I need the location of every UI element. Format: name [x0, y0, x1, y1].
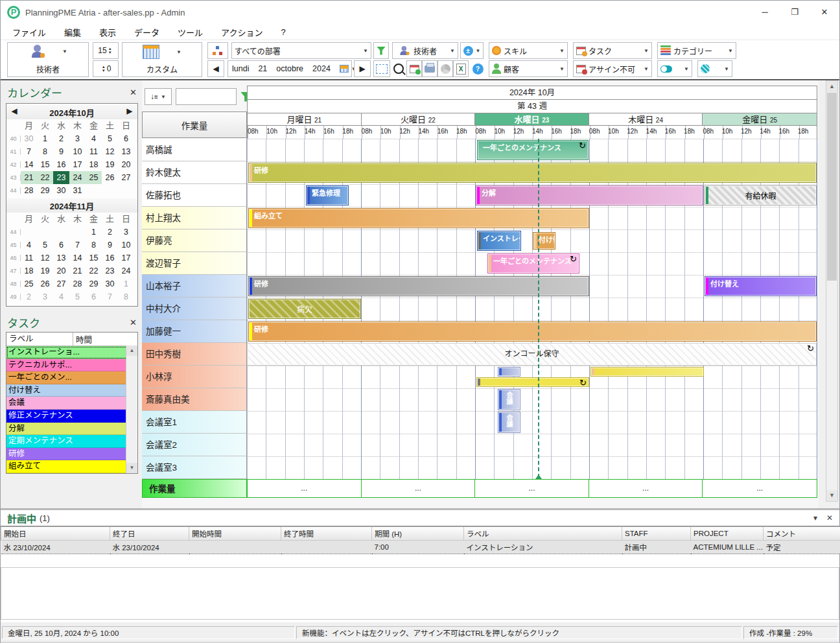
planned-collapse-icon[interactable]: ▾ [813, 513, 817, 522]
workload-cell[interactable]: ... [703, 480, 817, 497]
calendar-day[interactable]: 1 [86, 226, 102, 239]
planned-col-header[interactable]: 期間 (H) [372, 526, 464, 541]
planned-col-header[interactable]: STAFF [622, 526, 691, 541]
vertical-scrollbar[interactable]: ▲ ▼ [826, 80, 838, 502]
resource-row-label[interactable]: 村上翔太 [142, 207, 247, 229]
calendar-day[interactable]: 30 [53, 184, 69, 197]
menu-item-4[interactable]: ツール [178, 26, 203, 38]
calendar-day[interactable]: 15 [86, 251, 102, 264]
sort-button[interactable]: ↓≡▼ [145, 88, 172, 105]
event-bar[interactable]: インストレーション [477, 231, 521, 251]
department-combo[interactable]: すべての部署▼ [231, 42, 371, 59]
calendar-day[interactable]: 28 [21, 184, 37, 197]
task-list-item[interactable]: 分解 [6, 423, 132, 436]
event-bar[interactable]: オンコール保守↻ [247, 343, 817, 366]
calendar-day[interactable]: 22 [86, 264, 102, 277]
calendar-day[interactable]: 21 [21, 171, 37, 184]
calendar-day[interactable]: 5 [37, 239, 53, 251]
calendar-day[interactable] [102, 184, 118, 197]
category-combo[interactable]: カテゴリー▼ [657, 42, 736, 59]
calendar-day[interactable]: 17 [69, 158, 86, 171]
resource-row-label[interactable]: 加藤健一 [142, 320, 247, 343]
calendar-day[interactable]: 26 [102, 171, 118, 184]
calendar-day[interactable]: 29 [86, 277, 102, 290]
calendar-day[interactable]: 27 [118, 171, 134, 184]
resource-row-label[interactable]: 佐藤拓也 [142, 184, 247, 207]
event-bar[interactable] [590, 367, 704, 377]
calendar-day[interactable]: 13 [118, 145, 134, 158]
scroll-down-icon[interactable]: ▼ [126, 463, 137, 473]
calendar-day[interactable]: 12 [102, 145, 118, 158]
date-navigator[interactable]: lundi21octobre2024▼ [228, 60, 352, 77]
calendar-day[interactable]: 1 [37, 132, 53, 145]
event-bar[interactable]: 一年ごとのメンテナンス↻ [477, 140, 589, 160]
event-bar[interactable] [498, 367, 520, 377]
calendar-day[interactable]: 11 [86, 145, 102, 158]
event-bar[interactable]: 会議 [498, 412, 520, 433]
technician-combo[interactable]: 技術者▼ [392, 42, 458, 59]
resource-row-label[interactable]: 山本裕子 [142, 275, 247, 298]
event-bar[interactable]: 一年ごとのメンテナンス↻ [487, 253, 579, 274]
calendar-day[interactable]: 22 [37, 171, 53, 184]
calendar-day[interactable]: 5 [69, 290, 86, 303]
custom-view-button[interactable]: ▼ カスタム [122, 42, 202, 77]
unavailable-combo[interactable]: アサイン不可▼ [573, 60, 652, 77]
calendar-day[interactable]: 9 [53, 145, 69, 158]
maximize-button[interactable]: ❐ [780, 1, 810, 23]
planned-col-header[interactable]: コメント [764, 526, 840, 541]
resource-row-label[interactable]: 中村大介 [142, 298, 247, 320]
calendar-day[interactable]: 29 [37, 184, 53, 197]
prev-period-button[interactable]: ◀ [207, 60, 224, 77]
task-combo[interactable]: タスク▼ [573, 42, 652, 59]
task-list-item[interactable]: 定期メンテナンス [6, 435, 132, 448]
calendar-day[interactable] [69, 226, 86, 239]
planned-col-header[interactable]: ラベル [464, 526, 622, 541]
resource-row-label[interactable]: 会議室2 [142, 434, 247, 456]
calendar-day[interactable]: 15 [37, 158, 53, 171]
event-bar[interactable]: 付け替え [705, 276, 817, 296]
calendar-day[interactable]: 2 [53, 132, 69, 145]
scroll-up-icon[interactable]: ▲ [126, 345, 137, 356]
calendar-day[interactable]: 20 [53, 264, 69, 277]
calendar-day[interactable]: 2 [102, 226, 118, 239]
planned-col-header[interactable]: 開始時間 [189, 526, 281, 541]
calendar-day[interactable]: 21 [69, 264, 86, 277]
calendar-day[interactable]: 31 [69, 184, 86, 197]
calendar-day[interactable]: 8 [86, 239, 102, 251]
calendar-day[interactable]: 18 [86, 158, 102, 171]
calendar-day[interactable]: 1 [118, 277, 134, 290]
calendar-day[interactable]: 30 [21, 132, 37, 145]
menu-item-6[interactable]: ? [281, 27, 285, 37]
planned-data-row[interactable]: 水 23/10/2024水 23/10/20247:00インストレーション計画中… [1, 541, 840, 554]
gantt-filter-input[interactable] [176, 88, 237, 105]
event-bar[interactable]: 付け替え [533, 232, 555, 250]
filter-button[interactable] [373, 42, 389, 59]
sort-order-button[interactable]: ±▼ [460, 42, 484, 59]
spinner-arrows-icon[interactable]: ▲▼ [100, 65, 107, 73]
scroll-down-icon[interactable]: ▼ [826, 490, 837, 501]
calendar-day[interactable]: 9 [102, 239, 118, 251]
task-list-item[interactable]: 修正メンテナンス [6, 410, 132, 423]
spinner-arrows-icon[interactable]: ▲▼ [107, 47, 113, 54]
calendar-day[interactable] [86, 184, 102, 197]
task-list-item[interactable]: 一年ごとのメン... [6, 371, 132, 384]
event-bar[interactable]: 緊急修理 [306, 185, 349, 205]
scroll-up-icon[interactable]: ▲ [826, 81, 837, 92]
calendar-day[interactable]: 23 [53, 171, 69, 184]
stats-button[interactable] [438, 60, 453, 77]
event-bar[interactable]: 分解 [476, 185, 703, 205]
task-list-scrollbar[interactable]: ▲▼ [126, 345, 137, 473]
skill-combo[interactable]: スキル▼ [489, 42, 568, 59]
task-col-time[interactable]: 時間 [73, 333, 137, 345]
search-button[interactable] [391, 60, 406, 77]
customer-combo[interactable]: 顧客▼ [489, 60, 568, 77]
event-bar[interactable]: 研修 [248, 163, 817, 183]
planned-col-header[interactable]: 終了日 [110, 526, 189, 541]
export-excel-button[interactable]: X [453, 60, 469, 77]
calendar-day[interactable]: 3 [118, 226, 134, 239]
calendar-day[interactable]: 6 [53, 239, 69, 251]
calendar-day[interactable]: 4 [53, 290, 69, 303]
resource-row-label[interactable]: 会議室1 [142, 411, 247, 434]
workload-cell[interactable]: ... [475, 480, 589, 497]
calendar-day[interactable]: 19 [102, 158, 118, 171]
